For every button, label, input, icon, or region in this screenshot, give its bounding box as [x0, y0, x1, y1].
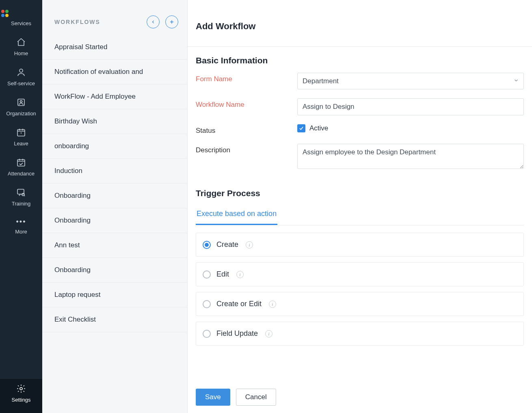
- nav-label: More: [15, 229, 27, 235]
- nav-label: Attendance: [8, 171, 35, 177]
- list-item[interactable]: Exit Checklist: [42, 307, 187, 332]
- nav-label: Self-service: [7, 80, 35, 86]
- trigger-option-label: Field Update: [216, 329, 258, 338]
- workflow-name-row: Workflow Name: [196, 98, 524, 115]
- list-item[interactable]: Onboarding: [42, 184, 187, 208]
- app-logo-icon: [0, 10, 10, 17]
- description-label: Description: [196, 144, 297, 154]
- list-item[interactable]: Onboarding: [42, 258, 187, 283]
- basic-info-heading: Basic Information: [196, 47, 524, 73]
- trigger-option-label: Create or Edit: [216, 300, 262, 308]
- calendar-alert-icon: [16, 128, 26, 137]
- svg-rect-4: [17, 160, 25, 166]
- list-item[interactable]: Birthday Wish: [42, 109, 187, 134]
- list-item[interactable]: onboarding: [42, 134, 187, 159]
- cancel-button[interactable]: Cancel: [236, 389, 276, 406]
- form-name-row: Form Name Department: [196, 73, 524, 89]
- workflow-list-heading: WORKFLOWS: [54, 19, 100, 25]
- nav-attendance[interactable]: Attendance: [0, 153, 42, 183]
- chevron-left-icon: [151, 19, 156, 24]
- radio-icon: [203, 300, 211, 308]
- person-icon: [16, 67, 26, 77]
- workflow-name-label: Workflow Name: [196, 98, 297, 109]
- footer-actions: Save Cancel: [188, 381, 532, 413]
- radio-icon: [203, 270, 211, 279]
- trigger-option-label: Create: [216, 240, 238, 249]
- calendar-check-icon: [16, 158, 26, 167]
- nav-label: Home: [14, 50, 28, 56]
- nav-training[interactable]: Training: [0, 183, 42, 213]
- svg-point-7: [20, 387, 22, 390]
- workflow-list-header: WORKFLOWS: [42, 0, 187, 35]
- more-dots-icon: •••: [0, 218, 42, 226]
- nav-services[interactable]: Services: [0, 5, 42, 32]
- radio-icon: [203, 330, 211, 338]
- left-nav: Services Home Self-service Organization …: [0, 0, 42, 413]
- main-panel: Add Workflow Basic Information Form Name…: [188, 0, 532, 413]
- nav-label: Training: [12, 201, 30, 207]
- status-row: Status Active: [196, 124, 524, 135]
- active-checkbox[interactable]: [297, 124, 305, 132]
- gear-icon: [16, 384, 26, 394]
- workflow-list-panel: WORKFLOWS Appraisal Started Notification…: [42, 0, 188, 413]
- nav-label: Services: [11, 20, 31, 26]
- home-icon: [16, 37, 26, 47]
- trigger-option-create[interactable]: Create i: [196, 233, 524, 257]
- trigger-heading: Trigger Process: [196, 179, 524, 205]
- add-workflow-button[interactable]: [165, 15, 178, 28]
- trigger-radio-list: Create i Edit i Create or Edit i Field U…: [196, 233, 524, 346]
- trigger-option-field-update[interactable]: Field Update i: [196, 322, 524, 346]
- plus-icon: [169, 19, 175, 25]
- main-body: Basic Information Form Name Department W: [188, 47, 532, 381]
- org-icon: [16, 97, 26, 107]
- active-checkbox-label: Active: [309, 124, 328, 132]
- radio-icon: [203, 241, 211, 249]
- nav-label: Organization: [6, 110, 36, 117]
- info-icon[interactable]: i: [265, 330, 272, 337]
- svg-point-0: [19, 69, 23, 72]
- save-button[interactable]: Save: [196, 389, 230, 406]
- nav-label: Settings: [12, 397, 31, 403]
- list-item[interactable]: Ann test: [42, 233, 187, 258]
- check-icon: [298, 125, 304, 131]
- list-item[interactable]: Appraisal Started: [42, 35, 187, 60]
- nav-self-service[interactable]: Self-service: [0, 63, 42, 93]
- back-button[interactable]: [147, 15, 160, 28]
- info-icon[interactable]: i: [236, 271, 244, 278]
- nav-more[interactable]: ••• More: [0, 213, 42, 241]
- trigger-tabbar: Execute based on action: [196, 205, 524, 225]
- workflow-name-input[interactable]: [297, 98, 524, 115]
- nav-leave[interactable]: Leave: [0, 123, 42, 153]
- svg-point-2: [20, 101, 22, 103]
- trigger-option-create-or-edit[interactable]: Create or Edit i: [196, 292, 524, 316]
- form-name-select[interactable]: Department: [297, 73, 524, 89]
- chat-search-icon: [16, 188, 26, 197]
- description-textarea[interactable]: [297, 144, 524, 169]
- nav-organization[interactable]: Organization: [0, 93, 42, 123]
- list-item[interactable]: Onboarding: [42, 208, 187, 233]
- list-item[interactable]: Notification of evaluation and: [42, 60, 187, 84]
- nav-label: Leave: [14, 141, 28, 147]
- trigger-tab-execute[interactable]: Execute based on action: [196, 205, 277, 225]
- page-title: Add Workflow: [188, 0, 532, 47]
- list-item[interactable]: WorkFlow - Add Employee: [42, 84, 187, 109]
- status-label: Status: [196, 124, 297, 135]
- app-root: Services Home Self-service Organization …: [0, 0, 532, 413]
- form-name-label: Form Name: [196, 73, 297, 83]
- workflow-list: Appraisal Started Notification of evalua…: [42, 35, 187, 332]
- info-icon[interactable]: i: [246, 241, 253, 249]
- nav-settings[interactable]: Settings: [0, 379, 42, 413]
- list-item[interactable]: Induction: [42, 159, 187, 184]
- trigger-option-edit[interactable]: Edit i: [196, 262, 524, 286]
- trigger-option-label: Edit: [216, 270, 229, 279]
- description-row: Description: [196, 144, 524, 171]
- list-item[interactable]: Laptop request: [42, 283, 187, 307]
- nav-home[interactable]: Home: [0, 32, 42, 63]
- info-icon[interactable]: i: [269, 301, 276, 308]
